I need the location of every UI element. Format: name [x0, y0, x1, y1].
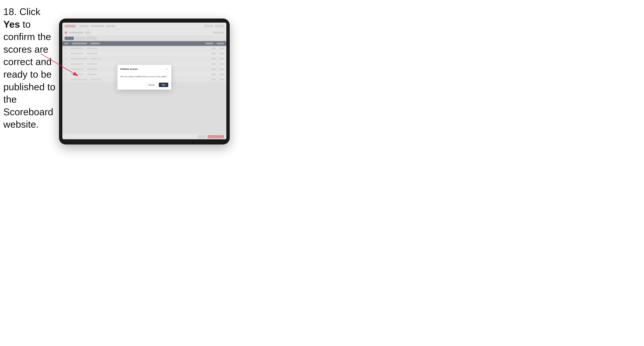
dialog-header: Publish scores × [118, 65, 171, 72]
modal-overlay: Publish scores × Are you ready to publis… [62, 23, 226, 139]
dialog-body: Are you ready to publish these scores to… [118, 72, 171, 81]
cancel-button[interactable]: Cancel [146, 83, 157, 87]
dialog-title: Publish scores [120, 68, 138, 70]
tablet-screen: Publish scores × Are you ready to publis… [62, 23, 226, 139]
dialog-message: Are you ready to publish these scores to… [120, 75, 168, 78]
dialog-footer: Cancel Yes [118, 81, 171, 90]
publish-scores-dialog: Publish scores × Are you ready to publis… [118, 65, 171, 90]
instruction-text: 18. Click Yes to confirm the scores are … [3, 5, 57, 131]
tablet-device: Publish scores × Are you ready to publis… [59, 18, 230, 145]
dialog-close-button[interactable]: × [165, 67, 168, 70]
yes-button[interactable]: Yes [159, 83, 168, 87]
